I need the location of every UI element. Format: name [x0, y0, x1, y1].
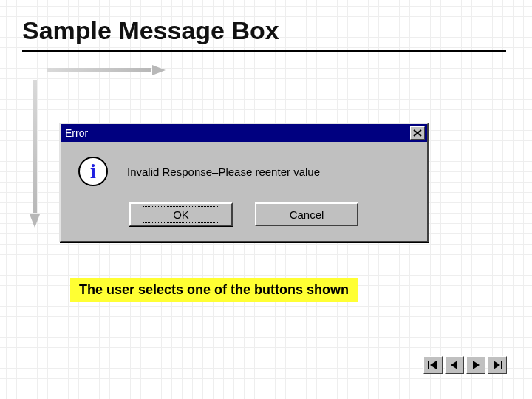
dialog-titlebar: Error — [61, 124, 427, 142]
dialog-message: Invalid Response–Please reenter value — [127, 166, 320, 178]
message-box-dialog: Error i Invalid Response–Please reenter … — [59, 123, 429, 242]
title-underline — [22, 50, 506, 52]
decorative-arrow-horizontal — [47, 65, 166, 75]
nav-prev-button[interactable] — [445, 356, 464, 374]
svg-rect-0 — [428, 361, 429, 369]
svg-marker-2 — [451, 361, 457, 369]
ok-button-label: OK — [143, 206, 219, 223]
first-icon — [428, 361, 438, 369]
close-icon — [413, 129, 422, 137]
dialog-title: Error — [65, 127, 410, 139]
ok-button[interactable]: OK — [129, 202, 233, 226]
nav-last-button[interactable] — [488, 356, 507, 374]
svg-marker-4 — [494, 361, 500, 369]
slide-caption: The user selects one of the buttons show… — [70, 278, 358, 302]
dialog-button-row: OK Cancel — [61, 194, 427, 241]
info-icon: i — [78, 157, 108, 186]
svg-rect-5 — [501, 361, 502, 369]
decorative-arrow-vertical — [30, 80, 40, 228]
last-icon — [492, 361, 502, 369]
cancel-button-label: Cancel — [290, 208, 324, 221]
slide-nav — [423, 356, 507, 374]
svg-marker-3 — [473, 361, 480, 369]
svg-marker-1 — [430, 361, 437, 369]
nav-first-button[interactable] — [423, 356, 443, 374]
close-button[interactable] — [410, 126, 425, 140]
dialog-body: i Invalid Response–Please reenter value — [61, 142, 427, 194]
nav-next-button[interactable] — [466, 356, 485, 374]
next-icon — [471, 361, 480, 369]
prev-icon — [450, 361, 459, 369]
cancel-button[interactable]: Cancel — [255, 202, 358, 226]
slide-title: Sample Message Box — [22, 16, 279, 45]
